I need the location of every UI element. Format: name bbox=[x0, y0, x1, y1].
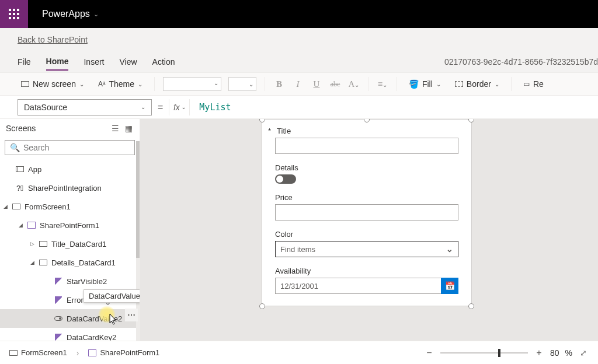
tree-label: App bbox=[28, 165, 41, 174]
border-icon bbox=[455, 81, 463, 87]
tree-view[interactable]: App ?⃝SharePointIntegration ◢FormScreen1… bbox=[0, 158, 140, 341]
tree-node-datacardkey[interactable]: DataCardKey2 bbox=[0, 328, 140, 341]
font-family-select[interactable]: ⌄ bbox=[163, 77, 221, 91]
property-select[interactable]: DataSource ⌄ bbox=[18, 99, 152, 116]
form-card[interactable]: *Title Details Price Color Find items ⌄ … bbox=[262, 119, 472, 306]
resize-handle[interactable] bbox=[468, 303, 474, 309]
tree-node-sharepointform1[interactable]: ◢SharePointForm1 bbox=[0, 216, 140, 235]
label-icon bbox=[55, 278, 62, 285]
tree-label: StarVisible2 bbox=[67, 277, 107, 286]
bold-button[interactable]: B bbox=[273, 79, 285, 89]
paint-bucket-icon: 🪣 bbox=[409, 79, 419, 89]
tree-node-datacardvalue[interactable]: DataCardValue2 bbox=[0, 309, 140, 328]
expand-arrow-icon[interactable]: ▷ bbox=[29, 241, 35, 247]
resize-handle[interactable] bbox=[468, 119, 474, 123]
resize-handle[interactable] bbox=[259, 303, 265, 309]
form-icon bbox=[88, 349, 96, 356]
svg-rect-7 bbox=[13, 17, 15, 19]
toggle-knob bbox=[276, 176, 283, 183]
tree-view-icon[interactable]: ☰ bbox=[112, 124, 119, 133]
equals-icon: = bbox=[158, 102, 163, 113]
field-label: Availability bbox=[275, 267, 311, 275]
tree-node-title-datacard[interactable]: ▷Title_DataCard1 bbox=[0, 235, 140, 253]
fx-button[interactable]: fx⌄ bbox=[169, 99, 190, 116]
scrollbar-thumb[interactable] bbox=[136, 141, 140, 258]
svg-rect-5 bbox=[17, 13, 19, 15]
more-options-button[interactable]: ⋯ bbox=[125, 309, 138, 321]
reorder-button[interactable]: ▭ Re bbox=[520, 77, 547, 91]
font-size-select[interactable]: ⌄ bbox=[228, 77, 256, 91]
theme-label: Theme bbox=[109, 79, 134, 89]
tree-label: DataCardKey2 bbox=[67, 333, 116, 341]
font-color-button[interactable]: A⌄ bbox=[348, 79, 360, 89]
collapse-arrow-icon[interactable]: ◢ bbox=[2, 204, 8, 209]
breadcrumb-screen[interactable]: FormScreen1 bbox=[9, 348, 67, 357]
back-to-sharepoint-link[interactable]: Back to SharePoint bbox=[18, 35, 88, 44]
screens-panel-header: Screens ☰ ▦ bbox=[0, 119, 140, 138]
new-screen-button[interactable]: New screen ⌄ bbox=[18, 77, 88, 91]
svg-rect-8 bbox=[17, 17, 19, 19]
chevron-down-icon: ⌄ bbox=[495, 81, 499, 88]
svg-rect-4 bbox=[13, 13, 15, 15]
toggle-icon bbox=[54, 316, 62, 321]
fit-to-window-button[interactable]: ⤢ bbox=[578, 348, 589, 358]
zoom-control: − + 80 % ⤢ bbox=[424, 348, 589, 358]
border-button[interactable]: Border ⌄ bbox=[451, 77, 503, 91]
svg-rect-6 bbox=[9, 17, 11, 19]
collapse-arrow-icon[interactable]: ◢ bbox=[18, 222, 23, 228]
zoom-slider-thumb[interactable] bbox=[498, 349, 500, 357]
fill-label: Fill bbox=[422, 79, 433, 89]
theme-button[interactable]: Aª Theme ⌄ bbox=[95, 77, 146, 91]
menu-action[interactable]: Action bbox=[152, 54, 175, 70]
screens-title: Screens bbox=[6, 124, 36, 133]
menu-home[interactable]: Home bbox=[46, 53, 69, 71]
zoom-out-button[interactable]: − bbox=[424, 348, 434, 358]
backlink-bar: Back to SharePoint bbox=[0, 28, 598, 51]
fill-button[interactable]: 🪣 Fill ⌄ bbox=[405, 77, 444, 91]
zoom-slider[interactable] bbox=[440, 352, 528, 354]
italic-button[interactable]: I bbox=[292, 79, 304, 89]
title-input[interactable] bbox=[275, 138, 458, 154]
tree-label: FormScreen1 bbox=[25, 202, 71, 211]
price-input[interactable] bbox=[275, 204, 458, 220]
breadcrumb-separator: › bbox=[77, 348, 79, 358]
border-label: Border bbox=[467, 79, 491, 89]
screen-icon bbox=[9, 350, 18, 356]
label-icon bbox=[55, 296, 62, 304]
tree-node-sharepoint-integration[interactable]: ?⃝SharePointIntegration bbox=[0, 178, 140, 197]
strikethrough-button[interactable]: abc bbox=[329, 80, 341, 89]
formula-input[interactable]: MyList bbox=[196, 99, 580, 116]
zoom-in-button[interactable]: + bbox=[534, 348, 544, 358]
color-select[interactable]: Find items ⌄ bbox=[275, 241, 458, 257]
ribbon: New screen ⌄ Aª Theme ⌄ ⌄ ⌄ B I U abc A⌄… bbox=[0, 72, 598, 96]
form-field-availability: Availability 📅 bbox=[262, 260, 471, 306]
calendar-button[interactable]: 📅 bbox=[441, 278, 458, 294]
tree-node-details-datacard[interactable]: ◢Details_DataCard1 bbox=[0, 253, 140, 272]
availability-datepicker[interactable]: 📅 bbox=[275, 278, 458, 294]
menu-view[interactable]: View bbox=[119, 54, 137, 70]
search-field[interactable]: 🔍 bbox=[5, 140, 135, 155]
thumbnail-view-icon[interactable]: ▦ bbox=[125, 124, 133, 133]
menu-insert[interactable]: Insert bbox=[84, 54, 104, 70]
align-button[interactable]: ≡⌄ bbox=[377, 79, 388, 89]
details-toggle[interactable] bbox=[275, 174, 296, 184]
form-field-color: Color Find items ⌄ bbox=[262, 223, 471, 260]
brand-dropdown[interactable]: PowerApps ⌄ bbox=[42, 9, 99, 19]
canvas[interactable]: *Title Details Price Color Find items ⌄ … bbox=[140, 119, 598, 341]
search-input[interactable] bbox=[23, 143, 130, 152]
underline-button[interactable]: U bbox=[311, 79, 322, 89]
tree-node-starvisible[interactable]: StarVisible2 bbox=[0, 272, 140, 290]
zoom-value: 80 bbox=[550, 348, 559, 358]
chevron-down-icon: ⌄ bbox=[446, 244, 453, 254]
collapse-arrow-icon[interactable]: ◢ bbox=[29, 260, 35, 265]
availability-input[interactable] bbox=[275, 278, 441, 294]
tree-node-app[interactable]: App bbox=[0, 160, 140, 178]
breadcrumb-form[interactable]: SharePointForm1 bbox=[88, 348, 159, 357]
app-launcher-button[interactable] bbox=[0, 0, 28, 28]
form-field-price: Price bbox=[262, 186, 471, 223]
separator bbox=[397, 77, 397, 91]
app-icon bbox=[16, 166, 24, 172]
breadcrumb-label: FormScreen1 bbox=[21, 348, 67, 357]
tree-node-formscreen1[interactable]: ◢FormScreen1 bbox=[0, 197, 140, 216]
menu-file[interactable]: File bbox=[18, 54, 31, 70]
